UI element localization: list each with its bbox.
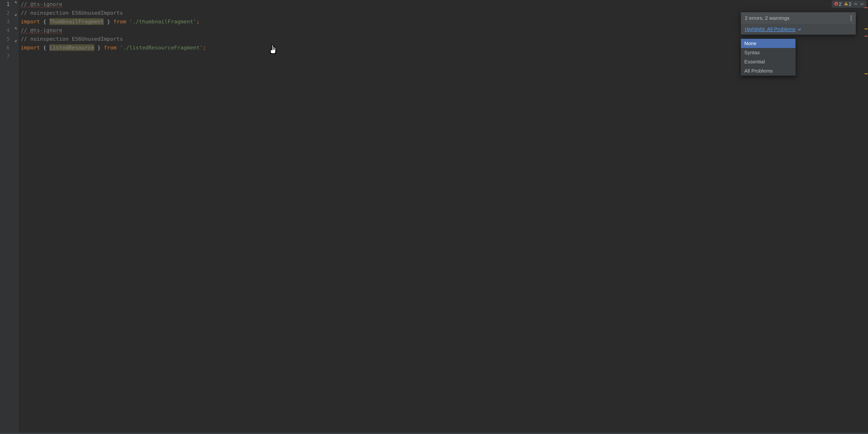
fold-start-icon[interactable]: [14, 27, 18, 31]
punct-token: ;: [203, 44, 206, 51]
line-number: 3: [0, 18, 10, 26]
identifier-token: ListedResource: [50, 44, 94, 51]
space: [117, 44, 120, 51]
line-number: 6: [0, 43, 10, 52]
svg-line-3: [15, 40, 17, 42]
svg-rect-8: [846, 3, 846, 4]
highlight-option[interactable]: Essential: [741, 57, 796, 66]
warning-icon: [844, 1, 848, 7]
space: [126, 19, 129, 25]
code-line[interactable]: // @ts-ignore: [21, 0, 868, 9]
svg-point-12: [850, 20, 851, 21]
highlight-option[interactable]: Syntax: [741, 48, 796, 57]
svg-rect-5: [836, 2, 836, 4]
stripe-error-mark[interactable]: [865, 36, 868, 37]
svg-rect-9: [846, 4, 846, 5]
fold-start-icon[interactable]: [14, 1, 18, 5]
svg-line-0: [15, 2, 17, 3]
error-count: 2: [839, 1, 841, 7]
brace-token: }: [94, 44, 104, 51]
highlight-level-dropdown[interactable]: NoneSyntaxEssentialAll Problems: [741, 38, 796, 76]
keyword-token: from: [104, 44, 117, 51]
keyword-token: import: [21, 44, 40, 51]
highlight-level-link[interactable]: Highlight: All Problems: [745, 26, 796, 32]
brace-token: }: [104, 19, 113, 25]
comment-token: // noinspection ES6UnusedImports: [21, 36, 123, 42]
comment-token: // @ts-ignore: [21, 1, 62, 8]
kebab-menu-icon[interactable]: [850, 16, 852, 21]
status-bar: [0, 433, 868, 434]
punct-token: ;: [196, 19, 199, 25]
stripe-warning-mark[interactable]: [865, 28, 868, 29]
string-token: './listedResourceFragment': [120, 44, 203, 51]
fold-end-icon[interactable]: [14, 13, 18, 18]
highlight-option[interactable]: None: [741, 39, 796, 48]
error-stripe[interactable]: [865, 0, 868, 434]
problems-popup: 2 errors, 2 warnings Highlight: All Prob…: [741, 12, 856, 35]
comment-token: // noinspection ES6UnusedImports: [21, 10, 123, 16]
fold-gutter: [14, 0, 18, 434]
svg-line-1: [15, 14, 17, 16]
line-number: 1: [0, 0, 10, 9]
line-number: 5: [0, 35, 10, 43]
brace-token: {: [40, 44, 50, 51]
line-number: 4: [0, 26, 10, 35]
problems-popup-header: 2 errors, 2 warnings: [741, 12, 856, 24]
string-token: './thumbnailFragment': [129, 19, 196, 25]
inspection-summary[interactable]: 2 2: [832, 0, 866, 8]
prev-highlight-icon[interactable]: [853, 1, 858, 7]
highlight-option[interactable]: All Problems: [741, 66, 796, 75]
error-icon: [834, 1, 838, 7]
warning-indicator[interactable]: 2: [843, 1, 852, 7]
keyword-token: from: [113, 19, 126, 25]
code-editor[interactable]: 1234567 // @ts-ignore// noinspection ES6…: [0, 0, 868, 434]
stripe-error-mark[interactable]: [865, 7, 868, 8]
comment-token: // @ts-ignore: [21, 27, 62, 34]
line-number: 7: [0, 52, 10, 61]
error-indicator[interactable]: 2: [833, 1, 842, 7]
brace-token: {: [40, 19, 50, 25]
problems-summary-text: 2 errors, 2 warnings: [745, 15, 789, 21]
chevron-down-icon: [798, 27, 801, 32]
line-number: 2: [0, 9, 10, 18]
line-number-gutter: 1234567: [0, 0, 14, 434]
stripe-warning-mark[interactable]: [865, 73, 868, 74]
keyword-token: import: [21, 19, 40, 25]
identifier-token: ThumbnailFragment: [50, 18, 104, 25]
svg-point-11: [850, 18, 851, 19]
svg-rect-6: [836, 4, 836, 5]
svg-point-10: [850, 16, 851, 17]
highlight-level-row[interactable]: Highlight: All Problems: [741, 24, 856, 34]
fold-end-icon[interactable]: [14, 39, 18, 43]
warning-count: 2: [849, 1, 851, 7]
next-highlight-icon[interactable]: [859, 1, 865, 7]
svg-line-2: [15, 28, 17, 29]
